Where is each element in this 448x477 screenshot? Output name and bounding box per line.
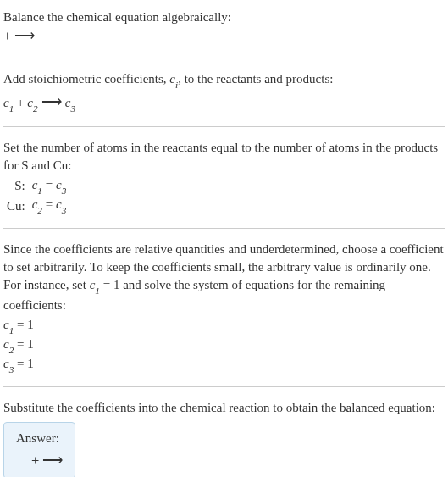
text-val: = 1 xyxy=(14,357,33,370)
section-add-coefficients: Add stoichiometric coefficients, ci, to … xyxy=(3,65,445,119)
text-c2-sub: 2 xyxy=(33,103,38,114)
text-sub: 1 xyxy=(9,325,14,336)
text-eq: = xyxy=(42,197,56,211)
text-coeff-reaction: c1 + c2 ⟶ c3 xyxy=(3,92,445,114)
text-initial-reaction: + ⟶ xyxy=(3,26,445,46)
text-atom-balance-intro: Set the number of atoms in the reactants… xyxy=(3,139,445,175)
text-c: c xyxy=(3,337,9,351)
text-plus1: + xyxy=(14,96,27,109)
text-sub: 2 xyxy=(9,345,14,355)
atom-label-s: S: xyxy=(3,176,32,197)
text-c1: c xyxy=(3,96,9,109)
text-sub: 1 xyxy=(37,186,42,196)
answer-box: Answer: + ⟶ xyxy=(3,422,75,477)
divider xyxy=(3,58,445,58)
text-c2: c xyxy=(27,96,33,109)
text-c: c xyxy=(56,178,62,191)
section-atom-balance: Set the number of atoms in the reactants… xyxy=(3,134,445,222)
text-c1-sub: 1 xyxy=(9,103,14,114)
divider xyxy=(3,386,445,387)
list-item: c1 = 1 xyxy=(3,316,445,336)
text-ci-c: c xyxy=(169,72,175,86)
text-add-coeff-pre: Add stoichiometric coefficients, xyxy=(3,72,169,86)
divider xyxy=(3,228,445,229)
divider xyxy=(3,126,445,127)
text-eq: = xyxy=(42,178,56,191)
text-sub: 2 xyxy=(37,205,42,215)
text-balance-title: Balance the chemical equation algebraica… xyxy=(3,8,445,26)
atom-eq-cu: c2 = c3 xyxy=(32,196,67,216)
text-ci-sub: i xyxy=(175,80,178,90)
section-balance-intro: Balance the chemical equation algebraica… xyxy=(3,3,445,51)
table-row: S: c1 = c3 xyxy=(3,176,66,197)
text-sub: 3 xyxy=(62,205,67,215)
text-c3-sub: 3 xyxy=(70,103,75,114)
atom-eq-s: c1 = c3 xyxy=(32,176,67,197)
text-c: c xyxy=(3,318,9,331)
atom-label-cu: Cu: xyxy=(3,196,32,216)
text-solve-intro: Since the coefficients are relative quan… xyxy=(3,241,445,314)
text-add-coeff-line: Add stoichiometric coefficients, ci, to … xyxy=(3,70,445,91)
section-solve: Since the coefficients are relative quan… xyxy=(3,236,445,380)
answer-label: Answer: xyxy=(16,430,63,447)
list-item: c3 = 1 xyxy=(3,355,445,374)
text-c: c xyxy=(56,197,62,211)
text-arrow: ⟶ xyxy=(38,94,65,110)
text-sub: 1 xyxy=(95,286,100,296)
section-substitute: Substitute the coefficients into the che… xyxy=(3,394,445,477)
atom-balance-table: S: c1 = c3 Cu: c2 = c3 xyxy=(3,176,66,217)
list-item: c2 = 1 xyxy=(3,336,445,355)
text-sub: 3 xyxy=(9,364,14,374)
answer-reaction: + ⟶ xyxy=(16,451,63,470)
text-sub: 3 xyxy=(62,186,67,196)
text-c: c xyxy=(3,357,9,370)
text-substitute-intro: Substitute the coefficients into the che… xyxy=(3,399,445,417)
text-add-coeff-post: , to the reactants and products: xyxy=(178,72,333,86)
coefficients-list: c1 = 1 c2 = 1 c3 = 1 xyxy=(3,316,445,375)
text-val: = 1 xyxy=(14,318,33,331)
text-val: = 1 xyxy=(14,337,33,351)
table-row: Cu: c2 = c3 xyxy=(3,196,66,216)
